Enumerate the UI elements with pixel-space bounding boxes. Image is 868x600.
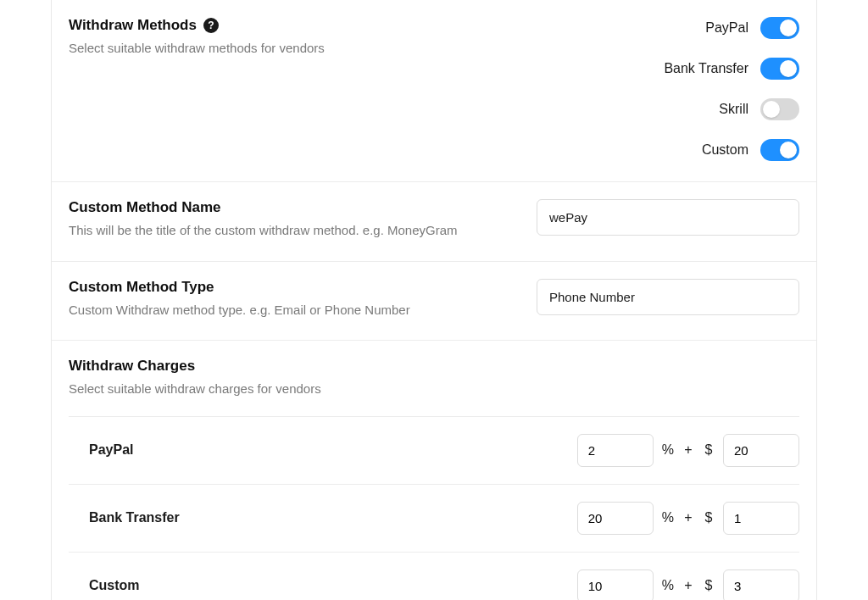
- percent-symbol: %: [662, 442, 674, 458]
- custom-method-type-section: Custom Method Type Custom Withdraw metho…: [52, 262, 816, 342]
- custom-method-type-desc: Custom Withdraw method type. e.g. Email …: [69, 301, 503, 320]
- toggle-skrill[interactable]: [760, 98, 799, 120]
- withdraw-methods-desc: Select suitable withdraw methods for ven…: [69, 39, 630, 58]
- withdraw-methods-section: Withdraw Methods ? Select suitable withd…: [52, 0, 816, 182]
- charge-percent-input[interactable]: [577, 434, 654, 467]
- charge-fixed-input[interactable]: [723, 569, 799, 601]
- charge-percent-input[interactable]: [577, 569, 654, 601]
- custom-method-type-input[interactable]: [537, 279, 799, 315]
- toggle-label: PayPal: [705, 20, 748, 36]
- help-icon[interactable]: ?: [203, 18, 219, 33]
- custom-method-name-desc: This will be the title of the custom wit…: [69, 221, 503, 241]
- charge-inputs: % + $: [577, 502, 799, 535]
- toggle-label: Custom: [702, 142, 748, 158]
- settings-panel: Withdraw Methods ? Select suitable withd…: [51, 0, 817, 600]
- plus-symbol: +: [682, 578, 694, 593]
- toggle-custom[interactable]: [760, 139, 799, 161]
- withdraw-charges-section: Withdraw Charges Select suitable withdra…: [52, 341, 816, 600]
- toggle-bank-transfer[interactable]: [760, 58, 799, 80]
- withdraw-methods-toggles: PayPal Bank Transfer Skrill Custom: [664, 17, 799, 161]
- custom-method-name-input[interactable]: [537, 199, 799, 236]
- charge-label: Bank Transfer: [89, 510, 180, 525]
- withdraw-methods-title: Withdraw Methods ?: [69, 17, 630, 34]
- charge-inputs: % + $: [577, 434, 799, 467]
- charge-row-paypal: PayPal % + $: [69, 416, 799, 484]
- dollar-symbol: $: [703, 578, 715, 593]
- plus-symbol: +: [682, 510, 694, 525]
- toggle-label: Bank Transfer: [664, 61, 748, 76]
- charge-fixed-input[interactable]: [723, 434, 799, 467]
- charge-label: Custom: [89, 578, 140, 593]
- toggle-row-bank-transfer: Bank Transfer: [664, 58, 799, 80]
- toggle-paypal[interactable]: [760, 17, 799, 39]
- toggle-row-skrill: Skrill: [719, 98, 799, 120]
- custom-method-name-title: Custom Method Name: [69, 199, 503, 216]
- custom-method-name-section: Custom Method Name This will be the titl…: [52, 182, 816, 262]
- dollar-symbol: $: [703, 442, 715, 458]
- plus-symbol: +: [682, 442, 694, 458]
- withdraw-methods-title-text: Withdraw Methods: [69, 17, 197, 34]
- charge-percent-input[interactable]: [577, 502, 654, 535]
- percent-symbol: %: [662, 510, 674, 525]
- charge-label: PayPal: [89, 442, 133, 458]
- charge-row-custom: Custom % + $: [69, 552, 799, 601]
- dollar-symbol: $: [703, 510, 715, 525]
- percent-symbol: %: [662, 578, 674, 593]
- toggle-row-paypal: PayPal: [705, 17, 799, 39]
- withdraw-charges-desc: Select suitable withdraw charges for ven…: [69, 380, 799, 399]
- charge-row-bank-transfer: Bank Transfer % + $: [69, 484, 799, 552]
- toggle-row-custom: Custom: [702, 139, 799, 161]
- charge-fixed-input[interactable]: [723, 502, 799, 535]
- withdraw-charges-title: Withdraw Charges: [69, 358, 799, 375]
- charge-inputs: % + $: [577, 569, 799, 601]
- toggle-label: Skrill: [719, 102, 748, 117]
- custom-method-type-title: Custom Method Type: [69, 279, 503, 296]
